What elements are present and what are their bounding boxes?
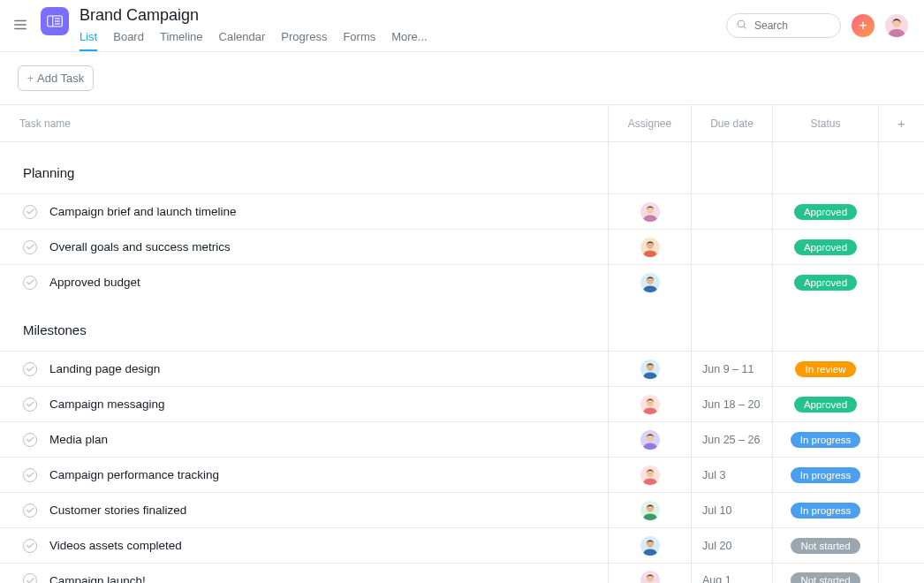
assignee-avatar[interactable] [640,202,660,222]
task-row[interactable]: Campaign brief and launch timeline Appro… [0,193,924,229]
due-date-cell[interactable]: Aug 1 [691,564,772,583]
status-pill[interactable]: Not started [791,572,860,583]
task-name-cell[interactable]: Approved budget [0,276,608,290]
task-name-cell[interactable]: Campaign performance tracking [0,468,608,482]
assignee-avatar[interactable] [640,238,660,257]
assignee-cell[interactable] [608,265,691,299]
status-cell[interactable]: Approved [772,387,878,421]
view-tab-timeline[interactable]: Timeline [160,30,203,50]
view-tab-board[interactable]: Board [113,30,144,50]
assignee-cell[interactable] [608,458,691,492]
task-name-cell[interactable]: Campaign launch! [0,573,608,583]
status-cell[interactable]: Approved [772,265,878,299]
task-row[interactable]: Media plan Jun 25 – 26 In progress [0,421,924,457]
column-header-due[interactable]: Due date [691,105,772,141]
assignee-cell[interactable] [608,493,691,527]
column-header-status[interactable]: Status [772,105,878,141]
status-pill[interactable]: Approved [794,239,857,255]
task-name-cell[interactable]: Customer stories finalized [0,504,608,518]
due-date-cell[interactable] [691,265,772,299]
status-pill[interactable]: Approved [794,275,857,291]
assignee-cell[interactable] [608,422,691,457]
section-header[interactable]: Planning [0,142,924,193]
assignee-cell[interactable] [608,230,691,264]
assignee-avatar[interactable] [640,360,660,379]
task-row[interactable]: Campaign performance tracking Jul 3 In p… [0,457,924,492]
column-header-assignee[interactable]: Assignee [608,105,691,141]
status-cell[interactable]: Approved [772,194,878,229]
status-cell[interactable]: Not started [772,564,878,583]
complete-toggle[interactable] [23,276,37,290]
status-pill[interactable]: In progress [791,503,861,519]
global-search[interactable] [726,13,841,38]
sidebar-toggle[interactable] [0,0,41,51]
assignee-avatar[interactable] [640,571,660,583]
task-name-cell[interactable]: Campaign brief and launch timeline [0,205,608,219]
task-name-cell[interactable]: Landing page design [0,362,608,376]
task-name-cell[interactable]: Overall goals and success metrics [0,240,608,254]
status-cell[interactable]: Approved [772,230,878,264]
view-tab-more[interactable]: More... [391,30,427,50]
status-pill[interactable]: Approved [794,397,857,413]
status-pill[interactable]: Approved [794,204,857,220]
task-row[interactable]: Landing page design Jun 9 – 11 In review [0,351,924,386]
global-add-button[interactable]: + [852,14,875,37]
status-pill[interactable]: In review [795,361,855,377]
column-header-name[interactable]: Task name [0,117,608,130]
view-tab-forms[interactable]: Forms [343,30,375,50]
search-input[interactable] [753,19,832,33]
assignee-cell[interactable] [608,564,691,583]
complete-toggle[interactable] [23,240,37,254]
view-tab-list[interactable]: List [80,30,97,50]
task-row[interactable]: Campaign launch! Aug 1 Not started [0,563,924,583]
view-tab-calendar[interactable]: Calendar [219,30,266,50]
task-row[interactable]: Customer stories finalized Jul 10 In pro… [0,492,924,527]
section-header[interactable]: Milestones [0,299,924,351]
complete-toggle[interactable] [23,205,37,219]
due-date-cell[interactable] [691,230,772,264]
due-date-cell[interactable]: Jul 10 [691,493,772,527]
complete-toggle[interactable] [23,468,37,482]
status-pill[interactable]: In progress [791,467,861,483]
assignee-cell[interactable] [608,352,691,386]
complete-toggle[interactable] [23,539,37,553]
assignee-cell[interactable] [608,387,691,421]
due-date-cell[interactable]: Jun 25 – 26 [691,422,772,457]
assignee-cell[interactable] [608,194,691,229]
task-row[interactable]: Overall goals and success metrics Approv… [0,229,924,264]
task-name-cell[interactable]: Videos assets completed [0,539,608,553]
complete-toggle[interactable] [23,504,37,518]
assignee-cell[interactable] [608,528,691,563]
view-tab-progress[interactable]: Progress [281,30,327,50]
task-name-cell[interactable]: Campaign messaging [0,398,608,412]
due-date-cell[interactable] [691,194,772,229]
due-date-cell[interactable]: Jul 20 [691,528,772,563]
assignee-avatar[interactable] [640,395,660,414]
complete-toggle[interactable] [23,362,37,376]
status-cell[interactable]: In review [772,352,878,386]
complete-toggle[interactable] [23,433,37,447]
add-task-button[interactable]: + Add Task [18,65,94,91]
assignee-avatar[interactable] [640,501,660,520]
due-date-cell[interactable]: Jun 18 – 20 [691,387,772,421]
user-avatar[interactable] [885,14,908,37]
due-date-cell[interactable]: Jun 9 – 11 [691,352,772,386]
assignee-avatar[interactable] [640,273,660,292]
complete-toggle[interactable] [23,398,37,412]
status-cell[interactable]: Not started [772,528,878,563]
task-row[interactable]: Videos assets completed Jul 20 Not start… [0,527,924,563]
task-row[interactable]: Campaign messaging Jun 18 – 20 Approved [0,386,924,421]
status-pill[interactable]: Not started [791,538,860,554]
complete-toggle[interactable] [23,573,37,583]
due-date-cell[interactable]: Jul 3 [691,458,772,492]
assignee-avatar[interactable] [640,536,660,556]
status-cell[interactable]: In progress [772,493,878,527]
status-cell[interactable]: In progress [772,422,878,457]
add-column-button[interactable]: + [878,105,924,141]
task-row[interactable]: Approved budget Approved [0,264,924,299]
task-name-cell[interactable]: Media plan [0,433,608,447]
status-pill[interactable]: In progress [791,432,861,448]
assignee-avatar[interactable] [640,430,660,450]
assignee-avatar[interactable] [640,466,660,485]
status-cell[interactable]: In progress [772,458,878,492]
